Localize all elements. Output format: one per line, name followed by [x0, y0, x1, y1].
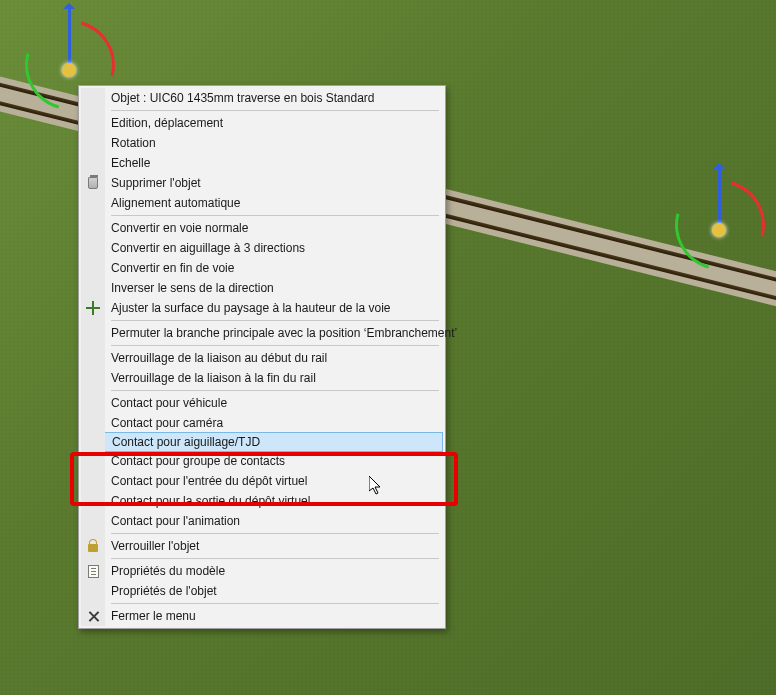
menu-contact-switch[interactable]: Contact pour aiguillage/TJD — [81, 432, 443, 452]
menu-contact-group[interactable]: Contact pour groupe de contacts — [81, 451, 443, 471]
menu-edit-move[interactable]: Edition, déplacement — [81, 113, 443, 133]
menu-label: Alignement automatique — [105, 196, 240, 210]
menu-label: Rotation — [105, 136, 156, 150]
menu-rotation[interactable]: Rotation — [81, 133, 443, 153]
menu-label: Convertir en fin de voie — [105, 261, 234, 275]
object-label-prefix: Objet : — [111, 91, 146, 105]
3d-viewport[interactable]: Objet : UIC60 1435mm traverse en bois St… — [0, 0, 776, 695]
menu-separator — [81, 213, 443, 218]
context-menu: Objet : UIC60 1435mm traverse en bois St… — [78, 85, 446, 629]
menu-header: Objet : UIC60 1435mm traverse en bois St… — [81, 88, 443, 108]
menu-contact-camera[interactable]: Contact pour caméra — [81, 413, 443, 433]
menu-label: Verrouillage de la liaison au début du r… — [105, 351, 327, 365]
menu-separator — [81, 108, 443, 113]
menu-scale[interactable]: Echelle — [81, 153, 443, 173]
menu-label: Supprimer l'objet — [105, 176, 201, 190]
menu-lock-start[interactable]: Verrouillage de la liaison au début du r… — [81, 348, 443, 368]
menu-invert-direction[interactable]: Inverser le sens de la direction — [81, 278, 443, 298]
menu-to-3way-switch[interactable]: Convertir en aiguillage à 3 directions — [81, 238, 443, 258]
menu-swap-main-branch[interactable]: Permuter la branche principale avec la p… — [81, 323, 443, 343]
menu-label: Contact pour l'animation — [105, 514, 240, 528]
menu-contact-animation[interactable]: Contact pour l'animation — [81, 511, 443, 531]
menu-to-normal-track[interactable]: Convertir en voie normale — [81, 218, 443, 238]
menu-delete-object[interactable]: Supprimer l'objet — [81, 173, 443, 193]
menu-separator — [81, 531, 443, 536]
menu-model-properties[interactable]: Propriétés du modèle — [81, 561, 443, 581]
menu-label: Contact pour caméra — [105, 416, 223, 430]
menu-contact-depot-in[interactable]: Contact pour l'entrée du dépôt virtuel — [81, 471, 443, 491]
menu-lock-object[interactable]: Verrouiller l'objet — [81, 536, 443, 556]
menu-label: Permuter la branche principale avec la p… — [105, 326, 457, 340]
menu-label: Propriétés de l'objet — [105, 584, 217, 598]
menu-separator — [81, 601, 443, 606]
menu-contact-depot-out[interactable]: Contact pour la sortie du dépôt virtuel — [81, 491, 443, 511]
object-name: UIC60 1435mm traverse en bois Standard — [150, 91, 375, 105]
menu-to-end-track[interactable]: Convertir en fin de voie — [81, 258, 443, 278]
menu-label: Contact pour la sortie du dépôt virtuel — [105, 494, 310, 508]
menu-contact-vehicle[interactable]: Contact pour véhicule — [81, 393, 443, 413]
menu-label: Echelle — [105, 156, 150, 170]
menu-close[interactable]: Fermer le menu — [81, 606, 443, 626]
menu-label: Edition, déplacement — [105, 116, 223, 130]
menu-label: Verrouillage de la liaison à la fin du r… — [105, 371, 316, 385]
menu-separator — [81, 388, 443, 393]
menu-label: Ajuster la surface du paysage à la haute… — [105, 301, 391, 315]
menu-label: Convertir en aiguillage à 3 directions — [105, 241, 305, 255]
menu-label: Propriétés du modèle — [105, 564, 225, 578]
menu-object-properties[interactable]: iPropriétés de l'objet — [81, 581, 443, 601]
menu-adjust-surface[interactable]: Ajuster la surface du paysage à la haute… — [81, 298, 443, 318]
menu-label: Inverser le sens de la direction — [105, 281, 274, 295]
menu-label: Contact pour groupe de contacts — [105, 454, 285, 468]
menu-label: Convertir en voie normale — [105, 221, 248, 235]
menu-separator — [81, 556, 443, 561]
menu-separator — [81, 318, 443, 323]
menu-label: Contact pour véhicule — [105, 396, 227, 410]
menu-lock-end[interactable]: Verrouillage de la liaison à la fin du r… — [81, 368, 443, 388]
menu-label: Contact pour l'entrée du dépôt virtuel — [105, 474, 307, 488]
menu-label: Verrouiller l'objet — [105, 539, 199, 553]
menu-separator — [81, 343, 443, 348]
menu-label: Contact pour aiguillage/TJD — [106, 435, 260, 449]
menu-auto-align[interactable]: ✓Alignement automatique — [81, 193, 443, 213]
menu-label: Fermer le menu — [105, 609, 196, 623]
